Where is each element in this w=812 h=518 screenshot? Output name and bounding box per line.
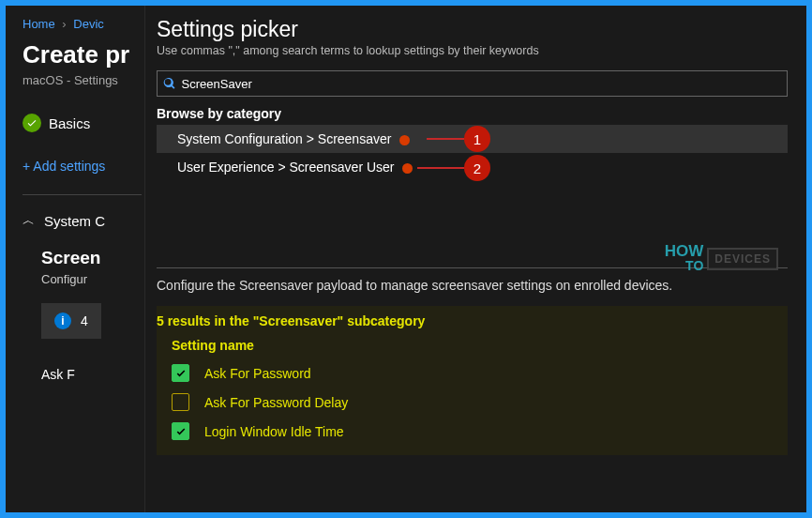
setting-label: Ask For Password xyxy=(204,366,311,381)
info-count: 4 xyxy=(81,313,88,328)
annotation-dot xyxy=(402,163,413,174)
checkbox-checked[interactable] xyxy=(172,364,189,382)
setting-label: Ask For Password Delay xyxy=(204,395,348,410)
annotation-badge-1: 1 xyxy=(464,126,490,152)
breadcrumb-devices[interactable]: Devic xyxy=(73,17,104,31)
ask-partial-label: Ask F xyxy=(41,367,142,382)
results-header: 5 results in the "Screensaver" subcatego… xyxy=(157,313,788,328)
info-icon: i xyxy=(54,312,71,329)
annotation-badge-2: 2 xyxy=(464,155,490,181)
annotation-dot xyxy=(399,135,410,145)
panel-title: Settings picker xyxy=(157,17,788,42)
checkbox-checked[interactable] xyxy=(172,422,189,440)
add-settings-link[interactable]: + Add settings xyxy=(23,159,142,174)
panel-hint: Use commas "," among search terms to loo… xyxy=(157,44,788,57)
chevron-right-icon: › xyxy=(62,17,66,31)
section-title: Screen xyxy=(41,248,142,268)
category-label: System Configuration > Screensaver xyxy=(177,131,391,146)
breadcrumb: Home › Devic xyxy=(23,17,142,31)
breadcrumb-home[interactable]: Home xyxy=(23,17,55,31)
section-desc: Configur xyxy=(41,272,142,286)
divider xyxy=(23,194,142,195)
expand-system-config[interactable]: ︿ System C xyxy=(23,212,142,229)
expand-label: System C xyxy=(44,213,105,229)
chevron-up-icon: ︿ xyxy=(23,212,35,229)
category-label: User Experience > Screensaver User xyxy=(177,160,395,175)
browse-by-category-label: Browse by category xyxy=(157,106,788,121)
column-setting-name: Setting name xyxy=(172,338,788,353)
setting-row-login-idle-time[interactable]: Login Window Idle Time xyxy=(172,422,788,440)
search-box[interactable] xyxy=(157,70,788,97)
results-highlight: 5 results in the "Screensaver" subcatego… xyxy=(157,306,788,455)
setting-row-ask-password-delay[interactable]: Ask For Password Delay xyxy=(172,393,788,411)
step-label: Basics xyxy=(49,115,90,131)
search-icon xyxy=(163,77,176,90)
step-basics[interactable]: Basics xyxy=(23,114,142,132)
annotation-connector xyxy=(417,167,464,169)
logo-how: HOW xyxy=(665,245,704,258)
configure-description: Configure the Screensaver payload to man… xyxy=(157,278,788,293)
check-circle-icon xyxy=(23,114,41,132)
setting-label: Login Window Idle Time xyxy=(204,424,344,439)
watermark-logo: HOW TO DEVICES xyxy=(665,245,778,273)
search-input[interactable] xyxy=(182,77,781,91)
checkbox-unchecked[interactable] xyxy=(172,393,189,411)
setting-row-ask-password[interactable]: Ask For Password xyxy=(172,364,788,382)
page-title: Create pr xyxy=(23,40,142,69)
page-subtitle: macOS - Settings xyxy=(23,73,142,87)
info-badge: i 4 xyxy=(41,303,101,339)
logo-devices: DEVICES xyxy=(707,248,778,270)
annotation-connector xyxy=(427,138,464,140)
